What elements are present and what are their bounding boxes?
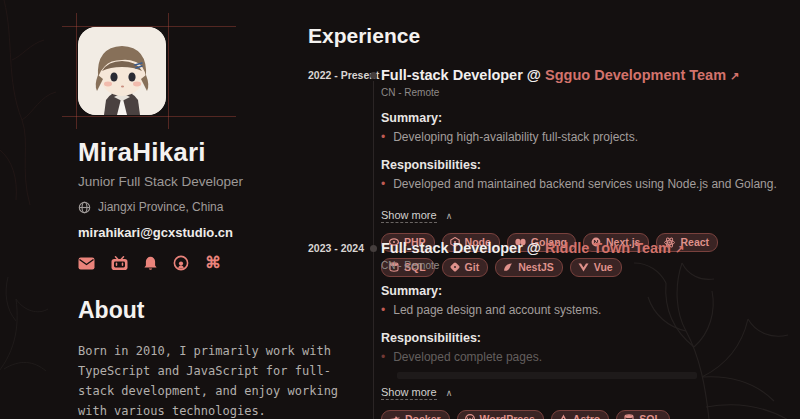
- summary-text: Developing high-availability full-stack …: [393, 129, 638, 145]
- wordpress-icon: [465, 414, 475, 419]
- tag-wordpress: WordPress: [457, 410, 544, 419]
- bullet-icon: •: [381, 176, 385, 192]
- tag-label: SQL: [639, 413, 661, 419]
- entry-period: 2022 - Present: [308, 69, 379, 81]
- crop-mark-right: [168, 13, 169, 129]
- entry-location: CN - Remote: [381, 87, 786, 98]
- tag-label: Astro: [573, 413, 600, 419]
- experience-section: Experience 2022 - Present Full-stack Dev…: [308, 24, 786, 419]
- entry-period: 2023 - 2024: [308, 242, 364, 254]
- docker-icon: [389, 415, 400, 419]
- external-link-icon[interactable]: ↗: [675, 243, 684, 255]
- branch-decoration-bottom-left: [0, 259, 74, 379]
- summary-label: Summary:: [381, 284, 786, 298]
- timeline-dot: [370, 245, 377, 252]
- command-icon[interactable]: ⌘: [205, 255, 221, 271]
- tag-label: Docker: [405, 413, 441, 419]
- github-icon[interactable]: [173, 255, 189, 271]
- tag-list: Docker WordPress Astro SQL Tailwind Reac…: [381, 410, 733, 419]
- summary-text: Led page design and account systems.: [393, 302, 601, 318]
- responsibilities-label: Responsibilities:: [381, 331, 786, 345]
- show-more-label[interactable]: Show more: [381, 209, 437, 223]
- summary-label: Summary:: [381, 111, 786, 125]
- avatar: [78, 27, 166, 115]
- tag-docker: Docker: [381, 410, 450, 419]
- responsibility-text: Developed and maintained backend service…: [393, 176, 777, 192]
- tag-astro: Astro: [551, 410, 609, 419]
- avatar-frame: [78, 27, 166, 115]
- show-more-button[interactable]: Show more ∧: [381, 209, 452, 223]
- external-link-icon[interactable]: ↗: [730, 70, 739, 82]
- profile-name: MiraHikari: [78, 137, 318, 168]
- company-link[interactable]: Riddle Town Team: [545, 240, 671, 256]
- crop-mark-left: [76, 13, 77, 129]
- entry-location: CN - Remote: [381, 260, 786, 271]
- summary-item: • Led page design and account systems.: [381, 302, 786, 318]
- show-more-label[interactable]: Show more: [381, 386, 437, 400]
- experience-entry: 2023 - 2024 Full-stack Developer @ Riddl…: [308, 239, 786, 419]
- entry-title: Full-stack Developer @ Riddle Town Team↗: [381, 239, 786, 258]
- summary-item: • Developing high-availability full-stac…: [381, 129, 786, 145]
- chevron-up-icon[interactable]: ∧: [446, 211, 453, 221]
- profile-role: Junior Full Stack Developer: [78, 174, 318, 189]
- location-text: Jiangxi Province, China: [98, 200, 223, 214]
- crop-mark-bottom: [62, 116, 236, 117]
- social-links: ⌘: [78, 255, 318, 271]
- timeline-dot: [370, 72, 377, 79]
- responsibilities-label: Responsibilities:: [381, 158, 786, 172]
- astro-icon: [559, 414, 568, 419]
- tag-sql: SQL: [616, 410, 670, 419]
- sql-icon: [624, 414, 634, 419]
- bilibili-icon[interactable]: [111, 256, 128, 271]
- responsibility-text: Developed complete pages.: [393, 349, 542, 365]
- entry-title: Full-stack Developer @ Sgguo Development…: [381, 66, 786, 85]
- bio-text: Born in 2010, I primarily work with Type…: [78, 341, 340, 419]
- mail-icon[interactable]: [78, 257, 95, 270]
- experience-title: Experience: [308, 24, 786, 48]
- bullet-icon: •: [381, 349, 385, 365]
- faded-text-line: [397, 372, 697, 379]
- chevron-up-icon[interactable]: ∧: [446, 388, 453, 398]
- entry-role: Full-stack Developer @: [381, 67, 541, 83]
- bullet-icon: •: [381, 302, 385, 318]
- portfolio-page: MiraHikari Junior Full Stack Developer J…: [0, 0, 800, 419]
- email-link[interactable]: mirahikari@gcxstudio.cn: [78, 225, 318, 240]
- responsibility-item: • Developed and maintained backend servi…: [381, 176, 786, 192]
- profile-sidebar: MiraHikari Junior Full Stack Developer J…: [78, 27, 318, 419]
- about-title: About: [78, 297, 318, 324]
- show-more-button[interactable]: Show more ∧: [381, 386, 452, 400]
- bell-icon[interactable]: [144, 256, 157, 271]
- globe-icon: [78, 201, 91, 214]
- bullet-icon: •: [381, 129, 385, 145]
- entry-role: Full-stack Developer @: [381, 240, 541, 256]
- location-row: Jiangxi Province, China: [78, 200, 318, 214]
- avatar-illustration: [78, 27, 166, 115]
- company-link[interactable]: Sgguo Development Team: [545, 67, 726, 83]
- responsibility-item: • Developed complete pages.: [381, 349, 786, 365]
- tag-label: WordPress: [480, 413, 535, 419]
